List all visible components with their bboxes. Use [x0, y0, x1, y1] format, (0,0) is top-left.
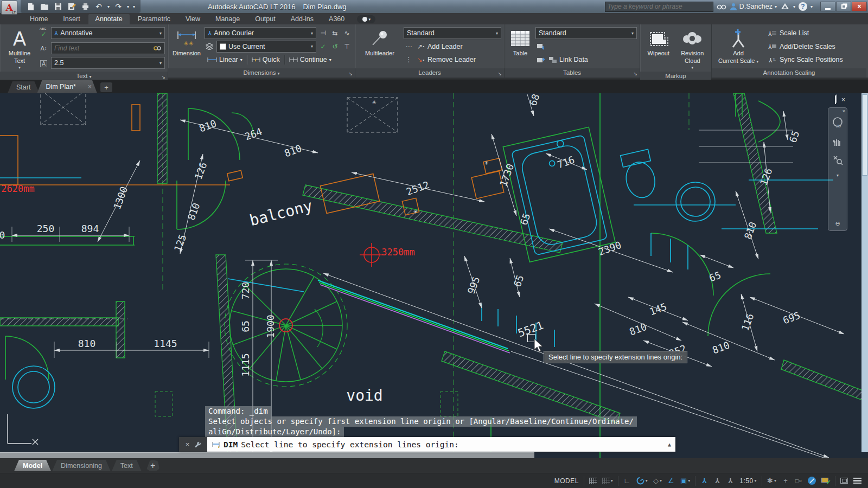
- redo-dropdown-icon[interactable]: ▾: [127, 4, 129, 9]
- command-line[interactable]: × DIM Select line to specify extension l…: [179, 437, 675, 452]
- sync-scale-positions-button[interactable]: Y⇅ Sync Scale Positions: [764, 54, 864, 66]
- navigation-wheel-icon[interactable]: 2D: [832, 117, 844, 129]
- spiral-staircase[interactable]: [225, 264, 347, 387]
- vertical-scrollbar-thumb[interactable]: [862, 94, 867, 176]
- help-dropdown-icon[interactable]: ▾: [810, 4, 813, 9]
- save-icon[interactable]: [53, 2, 63, 11]
- revision-cloud-button[interactable]: RevisionCloud▾: [676, 26, 709, 70]
- tab-output[interactable]: Output: [248, 14, 283, 24]
- layout-tab-text[interactable]: Text: [112, 460, 142, 471]
- close-tab-icon[interactable]: ×: [88, 83, 92, 91]
- viewport-close-icon[interactable]: ×: [841, 96, 845, 104]
- panel-label-dimensions[interactable]: Dimensions▾↘: [168, 68, 355, 78]
- multiline-text-dropdown-icon[interactable]: ▾: [18, 66, 21, 70]
- isolate-objects-button[interactable]: □○: [793, 475, 805, 487]
- redo-icon[interactable]: ↷: [113, 2, 123, 11]
- dim-style-dropdown[interactable]: Y Anno Courier▾: [205, 27, 316, 39]
- dimension-button[interactable]: ✳✳ Dimension: [171, 26, 202, 67]
- tab-manage[interactable]: Manage: [208, 14, 247, 24]
- find-text-search-icon[interactable]: [153, 45, 162, 52]
- text-height-icon[interactable]: A↕: [39, 43, 49, 53]
- annotation-scale-icon-button[interactable]: Y: [724, 475, 736, 487]
- navbar-more-icon[interactable]: ▾: [837, 173, 839, 178]
- table-style-dropdown[interactable]: Standard▾: [535, 27, 637, 39]
- annotation-scale-button[interactable]: 1:50▾: [737, 475, 759, 487]
- workspace-switching-button[interactable]: ✱▾: [765, 475, 778, 487]
- application-menu-button[interactable]: A LT: [1, 1, 17, 15]
- panel-label-annotation-scaling[interactable]: Annotation Scaling: [712, 68, 866, 78]
- multileader-style-dropdown[interactable]: Standard▾: [404, 27, 501, 39]
- panel-label-markup[interactable]: Markup: [640, 72, 711, 80]
- leaders-dialog-launcher-icon[interactable]: ↘: [497, 69, 502, 78]
- isodraft-button[interactable]: ◇▾: [651, 475, 664, 487]
- drawing-floor-plan[interactable]: [0, 93, 868, 458]
- text-style-dropdown[interactable]: Y Annotative▾: [51, 27, 165, 39]
- text-style-icon[interactable]: A: [39, 59, 49, 69]
- dim-break-icon[interactable]: ⊣: [318, 28, 328, 38]
- media-browser-button[interactable]: ▾: [357, 15, 375, 23]
- remove-leader-icon[interactable]: ↘•: [416, 55, 426, 65]
- object-snap-tracking-button[interactable]: ∠: [665, 475, 677, 487]
- navbar-collapse-icon[interactable]: ⊖: [835, 220, 840, 227]
- file-tab-start[interactable]: Start: [8, 81, 39, 93]
- link-data-icon[interactable]: [547, 55, 558, 65]
- dim-update-icon[interactable]: ↺: [330, 41, 340, 52]
- file-tab-dim-plan[interactable]: Dim Plan*×: [37, 80, 97, 93]
- annotation-monitor-button[interactable]: +: [780, 475, 792, 487]
- remove-leader-button[interactable]: Remove Leader: [427, 54, 476, 66]
- dimension-lines[interactable]: [12, 94, 844, 458]
- panel-label-tables[interactable]: Tables↘: [505, 68, 640, 78]
- zoom-extents-icon[interactable]: [832, 155, 843, 165]
- new-layout-button[interactable]: +: [146, 460, 160, 471]
- user-dropdown-icon[interactable]: ▾: [775, 4, 777, 9]
- multiline-text-button[interactable]: A Multiline Text▾: [3, 26, 36, 70]
- grid-display-button[interactable]: [587, 475, 599, 487]
- graphics-performance-button[interactable]: [806, 475, 818, 487]
- jog-line-icon[interactable]: ∿: [342, 28, 352, 38]
- text-height-dropdown[interactable]: 2.5▾: [51, 57, 165, 69]
- tab-parametric[interactable]: Parametric: [131, 14, 177, 24]
- tab-home[interactable]: Home: [23, 14, 55, 24]
- command-history-toggle-icon[interactable]: ▲: [668, 441, 671, 447]
- panel-label-leaders[interactable]: Leaders↘: [355, 68, 504, 78]
- leader-collect-icon[interactable]: ⋯: [404, 41, 414, 52]
- pan-hand-icon[interactable]: [832, 136, 843, 147]
- object-snap-button[interactable]: ▣▾: [678, 475, 692, 487]
- navbar-close-icon[interactable]: ×: [843, 108, 845, 114]
- ortho-mode-button[interactable]: ∟: [621, 475, 633, 487]
- add-leader-button[interactable]: Add Leader: [427, 41, 463, 53]
- find-text-input[interactable]: [54, 44, 151, 52]
- new-tab-button[interactable]: +: [100, 82, 112, 92]
- drawing-area[interactable]: 8102648101261300810125250894025121730716…: [0, 93, 868, 458]
- qat-customize-icon[interactable]: ▾: [133, 4, 135, 9]
- trusted-autodesk-button[interactable]: ✓: [819, 475, 832, 487]
- tab-view[interactable]: View: [178, 14, 207, 24]
- clean-screen-button[interactable]: [838, 475, 850, 487]
- adjust-space-icon[interactable]: ⇆: [330, 28, 340, 38]
- horizontal-scrollbar[interactable]: [0, 452, 534, 458]
- polar-tracking-button[interactable]: ▾: [634, 475, 650, 487]
- link-data-button[interactable]: Link Data: [559, 54, 588, 66]
- walls-green[interactable]: [0, 93, 780, 458]
- leader-align-icon[interactable]: ⋮: [404, 55, 414, 65]
- command-close-icon[interactable]: ×: [186, 440, 190, 448]
- navigation-bar[interactable]: × 2D ▾ ⊖: [828, 107, 847, 231]
- add-scale-dropdown-icon[interactable]: ▾: [756, 60, 758, 63]
- a360-dropdown-icon[interactable]: ▾: [793, 4, 795, 9]
- layout-tab-model[interactable]: Model: [14, 460, 51, 471]
- a360-icon[interactable]: [780, 2, 790, 11]
- upload-data-icon[interactable]: [535, 55, 546, 65]
- tables-dialog-launcher-icon[interactable]: ↘: [633, 69, 637, 78]
- search-icon[interactable]: [717, 3, 726, 10]
- close-button[interactable]: ×: [852, 2, 867, 11]
- table-button[interactable]: Table: [507, 26, 533, 67]
- extract-data-icon[interactable]: [535, 41, 546, 52]
- open-file-icon[interactable]: [40, 2, 49, 11]
- tab-add-ins[interactable]: Add-ins: [284, 14, 321, 24]
- linear-dimension-button[interactable]: Linear▾: [205, 54, 245, 66]
- minimize-button[interactable]: [820, 2, 835, 11]
- walls-hatched[interactable]: [0, 93, 868, 458]
- add-delete-scales-button[interactable]: Y Add/Delete Scales: [764, 41, 864, 53]
- annotation-autoscale-button[interactable]: Y: [711, 475, 723, 487]
- command-input[interactable]: DIM Select line to specify extension lin…: [207, 437, 675, 452]
